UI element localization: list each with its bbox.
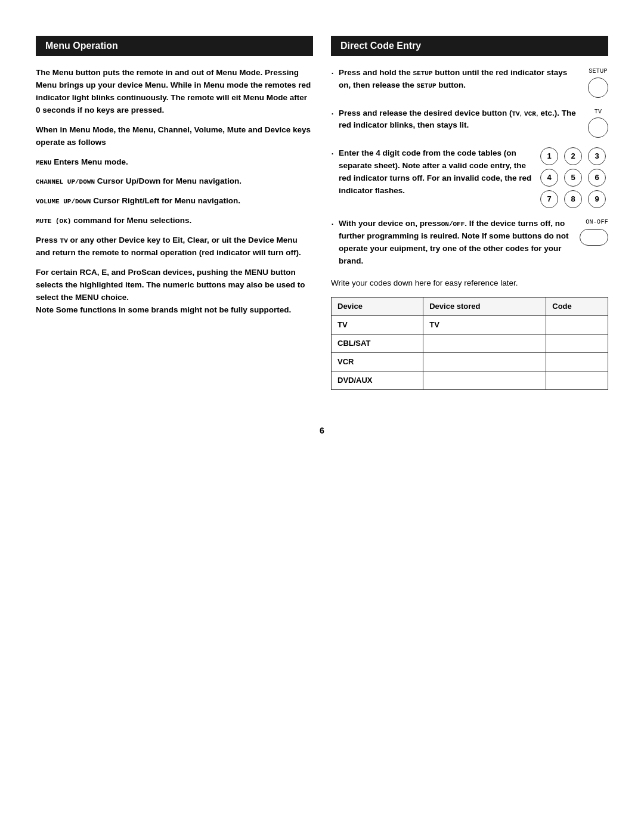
channel-nav-para: CHANNEL UP/DOWN Cursor Up/Down for Menu …	[36, 175, 313, 188]
direct-code-title: Direct Code Entry	[340, 41, 421, 51]
numpad-key-8: 8	[564, 190, 582, 208]
step1-item: · Press and hold the SETUP button until …	[331, 67, 608, 98]
step1-bullet: ·	[331, 67, 334, 78]
setup-label: SETUP	[589, 67, 608, 76]
volume-text: Cursor Right/Left for Menu navigation.	[93, 196, 240, 205]
menu-operation-body: The Menu button puts the remote in and o…	[36, 67, 313, 317]
col-code: Code	[546, 297, 608, 315]
mute-para: MUTE (OK) command for Menu selections.	[36, 215, 313, 227]
volume-nav-para: VOLUME UP/DOWN Cursor Right/Left for Men…	[36, 195, 313, 208]
numpad-grid: 1 2 3 4 5 6 7 8 9	[540, 147, 608, 208]
row-tv-stored: TV	[423, 315, 546, 334]
row-dvd-code	[546, 371, 608, 390]
step3-item: · Enter the 4 digit code from the code t…	[331, 147, 608, 208]
step3-bullet: ·	[331, 148, 334, 159]
setup-button-icon: SETUP	[588, 67, 608, 98]
row-cbl-code	[546, 334, 608, 352]
step4-item: · With your device on, pressON/OFF. If t…	[331, 218, 608, 268]
row-vcr-device: VCR	[332, 353, 423, 371]
table-row-dvd: DVD/AUX	[332, 371, 608, 390]
numpad-area: 1 2 3 4 5 6 7 8 9	[540, 147, 608, 208]
on-off-oval	[580, 229, 608, 246]
table-header-row: Device Device stored Code	[332, 297, 608, 315]
step2-item: · Press and release the desired device b…	[331, 107, 608, 138]
step4-text: With your device on, pressON/OFF. If the…	[339, 218, 570, 268]
direct-code-header: Direct Code Entry	[331, 36, 608, 56]
row-tv-code	[546, 315, 608, 334]
table-row-tv: TV TV	[332, 315, 608, 334]
step2-bullet: ·	[331, 108, 334, 119]
mute-text: command for Menu selections.	[73, 216, 191, 225]
page-layout: Menu Operation The Menu button puts the …	[36, 36, 608, 390]
reference-intro: Write your codes down here for easy refe…	[331, 277, 608, 290]
on-off-label: ON-OFF	[586, 218, 608, 227]
step3-text: Enter the 4 digit code from the code tab…	[339, 147, 535, 197]
channel-prefix: CHANNEL UP/DOWN	[36, 178, 95, 185]
row-vcr-code	[546, 353, 608, 371]
numpad-key-6: 6	[588, 169, 606, 187]
left-column: Menu Operation The Menu button puts the …	[36, 36, 313, 390]
reference-section: Write your codes down here for easy refe…	[331, 277, 608, 391]
numpad-key-9: 9	[588, 190, 606, 208]
step1-icon: SETUP	[588, 67, 608, 98]
menu-enters-prefix: MENU	[36, 159, 51, 166]
rca-note-para: For certain RCA, E, and ProScan devices,…	[36, 267, 313, 317]
row-cbl-stored	[423, 334, 546, 352]
row-dvd-device: DVD/AUX	[332, 371, 423, 390]
numpad-key-2: 2	[564, 147, 582, 165]
row-vcr-stored	[423, 353, 546, 371]
setup-circle	[588, 78, 608, 98]
right-column: Direct Code Entry · Press and hold the S…	[331, 36, 608, 390]
table-row-vcr: VCR	[332, 353, 608, 371]
col-device: Device	[332, 297, 423, 315]
step2-text: Press and release the desired device but…	[339, 107, 578, 132]
mute-prefix: MUTE (OK)	[36, 218, 71, 225]
table-row-cbl: CBL/SAT	[332, 334, 608, 352]
menu-operation-title: Menu Operation	[45, 41, 118, 51]
step4-icon: ON-OFF	[580, 218, 608, 246]
numpad-key-5: 5	[564, 169, 582, 187]
reference-table: Device Device stored Code TV TV CBL/SAT	[331, 297, 608, 391]
page-number: 6	[36, 426, 608, 435]
volume-prefix: VOLUME UP/DOWN	[36, 198, 91, 205]
row-tv-device: TV	[332, 315, 423, 334]
row-cbl-device: CBL/SAT	[332, 334, 423, 352]
step1-text: Press and hold the SETUP button until th…	[339, 67, 578, 92]
menu-enters-para: MENU Enters Menu mode.	[36, 156, 313, 169]
menu-keys-para: When in Menu Mode, the Menu, Channel, Vo…	[36, 124, 313, 149]
numpad-key-1: 1	[540, 147, 558, 165]
menu-enters-text: Enters Menu mode.	[54, 157, 128, 166]
numpad-key-3: 3	[588, 147, 606, 165]
menu-operation-header: Menu Operation	[36, 36, 313, 56]
numpad-key-4: 4	[540, 169, 558, 187]
numpad-key-7: 7	[540, 190, 558, 208]
direct-code-body: · Press and hold the SETUP button until …	[331, 67, 608, 390]
step2-icon: TV	[588, 107, 608, 138]
menu-intro-para: The Menu button puts the remote in and o…	[36, 67, 313, 117]
col-device-stored: Device stored	[423, 297, 546, 315]
tv-button-icon: TV	[588, 107, 608, 138]
press-tv-para: Press TV or any other Device key to Eit,…	[36, 234, 313, 259]
tv-circle	[588, 117, 608, 138]
on-off-button-icon: ON-OFF	[580, 218, 608, 246]
row-dvd-stored	[423, 371, 546, 390]
tv-label: TV	[595, 107, 602, 117]
channel-text: Cursor Up/Down for Menu navigation.	[97, 176, 242, 185]
step4-bullet: ·	[331, 218, 334, 229]
